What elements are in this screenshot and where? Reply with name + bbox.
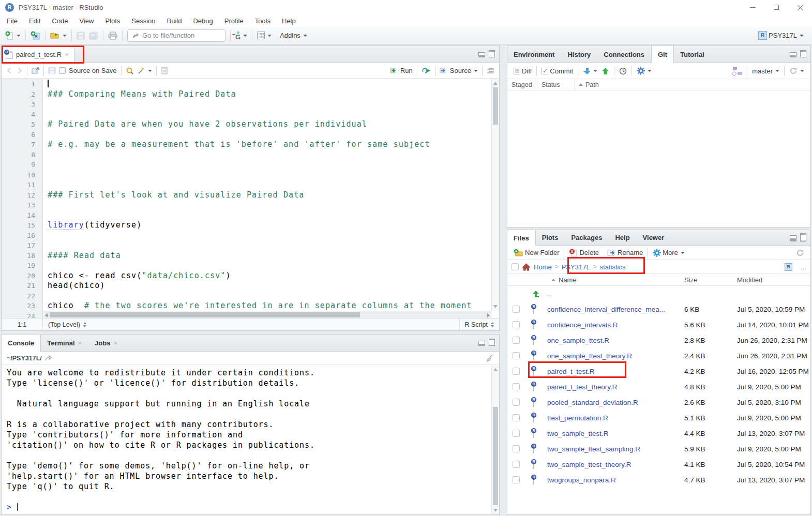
scroll-up-arrow[interactable] — [493, 368, 498, 371]
scroll-right-arrow[interactable] — [487, 313, 490, 317]
view-branches-button[interactable] — [730, 65, 744, 77]
file-name-link[interactable]: confidence_intervals.R — [547, 321, 618, 329]
panes-dropdown[interactable] — [267, 35, 272, 37]
refresh-dropdown[interactable] — [800, 70, 804, 72]
menu-session[interactable]: Session — [126, 16, 161, 26]
addins-button[interactable]: Addins — [278, 30, 309, 41]
save-all-button[interactable] — [87, 30, 100, 41]
file-checkbox[interactable] — [513, 476, 520, 483]
file-checkbox[interactable] — [513, 352, 520, 359]
tab-history[interactable]: History — [561, 46, 597, 63]
menu-profile[interactable]: Profile — [219, 16, 249, 26]
file-row[interactable]: Rttest_permutation.R5.1 KBJul 9, 2020, 5… — [507, 410, 810, 426]
close-tab-icon[interactable]: × — [65, 51, 69, 58]
column-path[interactable]: Path — [575, 79, 810, 90]
file-row[interactable]: Rtwo_sample_ttest.R4.4 KBJul 13, 2020, 3… — [507, 426, 810, 441]
menu-edit[interactable]: Edit — [23, 16, 46, 26]
column-status[interactable]: Status — [537, 79, 575, 90]
diff-button[interactable]: Diff — [512, 66, 534, 77]
file-name-link[interactable]: one_sample_ttest.R — [547, 337, 609, 344]
menu-tools[interactable]: Tools — [249, 16, 276, 26]
new-project-button[interactable]: R — [28, 29, 42, 41]
tab-git[interactable]: Git — [651, 46, 674, 63]
file-row[interactable]: Rone_sample_ttest.R2.8 KBJun 26, 2020, 2… — [507, 332, 810, 348]
file-row[interactable]: Rconfidence_intervals.R5.6 KBJul 14, 202… — [507, 317, 810, 332]
file-row[interactable]: Rtwo_sample_ttest_theory.R4.1 KBJul 5, 2… — [507, 457, 810, 472]
pull-button[interactable] — [581, 66, 599, 77]
rerun-button[interactable] — [420, 66, 432, 75]
file-checkbox[interactable] — [513, 445, 520, 452]
file-name-link[interactable]: ttest_permutation.R — [547, 414, 608, 422]
tab-plots[interactable]: Plots — [536, 230, 565, 245]
minimize-panel-icon[interactable] — [478, 341, 485, 346]
minimize-window-button[interactable] — [741, 0, 764, 14]
console-vertical-scrollbar[interactable] — [491, 366, 499, 514]
compile-report-button[interactable] — [159, 66, 170, 75]
save-button[interactable] — [74, 30, 87, 41]
scroll-left-arrow[interactable] — [45, 313, 48, 317]
file-checkbox[interactable] — [513, 306, 520, 313]
checkbox-icon[interactable] — [59, 67, 66, 74]
tab-connections[interactable]: Connections — [597, 46, 651, 63]
file-checkbox[interactable] — [513, 321, 520, 328]
tab-help[interactable]: Help — [609, 230, 636, 245]
workspace-panes-button[interactable] — [255, 30, 274, 41]
up-directory-link[interactable]: .. — [547, 290, 551, 298]
close-tab-icon[interactable]: × — [78, 339, 82, 347]
file-checkbox[interactable] — [513, 399, 520, 406]
maximize-panel-icon[interactable] — [489, 339, 495, 346]
branch-selector[interactable]: master — [750, 66, 781, 77]
maximize-panel-icon[interactable] — [800, 233, 806, 240]
scrollbar-thumb[interactable] — [50, 312, 360, 317]
file-checkbox[interactable] — [513, 368, 520, 375]
file-name-link[interactable]: paired_t_test.R — [547, 368, 595, 375]
git-commands-button[interactable]: +−G — [233, 29, 249, 41]
new-folder-button[interactable]: New Folder — [512, 247, 561, 258]
more-button[interactable]: More — [651, 247, 687, 259]
source-on-save-checkbox[interactable]: Source on Save — [57, 66, 118, 75]
goto-directory-icon[interactable] — [45, 355, 52, 361]
file-name-link[interactable]: twogroups_nonpara.R — [547, 476, 616, 484]
close-window-button[interactable] — [788, 0, 812, 14]
home-icon[interactable] — [522, 263, 531, 271]
tab-terminal[interactable]: Terminal× — [41, 335, 88, 351]
path-ellipsis-button[interactable]: ... — [801, 263, 806, 271]
tab-jobs[interactable]: Jobs× — [88, 335, 124, 351]
tab-viewer[interactable]: Viewer — [637, 230, 671, 245]
column-name[interactable]: Name — [551, 276, 577, 284]
column-modified[interactable]: Modified — [737, 276, 762, 284]
push-button[interactable] — [599, 66, 611, 77]
goto-file-function-input[interactable] — [142, 32, 215, 39]
close-tab-icon[interactable]: × — [113, 339, 117, 347]
tab-environment[interactable]: Environment — [507, 46, 561, 63]
file-checkbox[interactable] — [513, 337, 520, 344]
breadcrumb-statistics[interactable]: statistics — [600, 263, 626, 271]
menu-help[interactable]: Help — [276, 16, 302, 26]
select-all-checkbox[interactable] — [512, 263, 519, 270]
menu-code[interactable]: Code — [46, 16, 73, 26]
files-refresh-button[interactable] — [794, 247, 806, 259]
forward-button[interactable] — [14, 66, 24, 75]
file-checkbox[interactable] — [513, 383, 520, 390]
history-button[interactable] — [617, 66, 629, 77]
git-commands-dropdown[interactable] — [243, 35, 247, 37]
file-row[interactable]: Rone_sample_ttest_theory.R2.4 KBJun 26, … — [507, 348, 810, 363]
console-prompt[interactable]: > — [7, 502, 491, 512]
clear-console-button[interactable] — [486, 354, 494, 362]
file-name-link[interactable]: two_sample_ttest_theory.R — [547, 461, 631, 468]
code-tools-dropdown[interactable] — [148, 70, 152, 72]
open-file-button[interactable] — [48, 30, 69, 41]
menu-view[interactable]: View — [73, 16, 99, 26]
commit-button[interactable]: ✓ Commit — [539, 66, 575, 77]
print-button[interactable] — [106, 30, 119, 41]
column-size[interactable]: Size — [684, 276, 697, 284]
scrollbar-thumb[interactable] — [493, 87, 498, 125]
maximize-panel-icon[interactable] — [489, 50, 495, 57]
minimize-panel-icon[interactable] — [478, 52, 485, 57]
git-refresh-button[interactable] — [787, 65, 806, 77]
new-file-button[interactable] — [3, 29, 23, 41]
scroll-up-arrow[interactable] — [493, 82, 498, 85]
menu-debug[interactable]: Debug — [187, 16, 218, 26]
save-doc-button[interactable] — [47, 66, 57, 75]
column-staged[interactable]: Staged — [507, 79, 537, 90]
